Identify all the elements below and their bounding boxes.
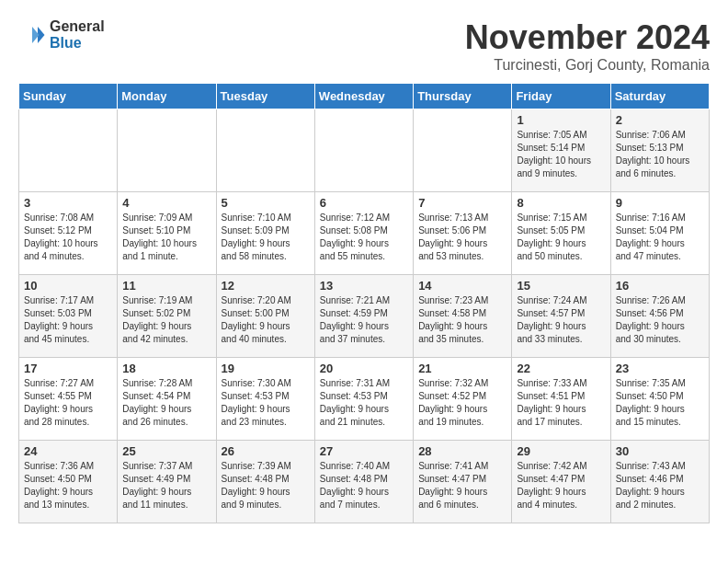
week-row-1: 1Sunrise: 7:05 AM Sunset: 5:14 PM Daylig…: [19, 109, 710, 192]
day-info: Sunrise: 7:24 AM Sunset: 4:57 PM Dayligh…: [517, 294, 605, 346]
calendar-cell: [19, 109, 118, 192]
calendar-table: Sunday Monday Tuesday Wednesday Thursday…: [18, 83, 710, 523]
calendar-cell: 26Sunrise: 7:39 AM Sunset: 4:48 PM Dayli…: [216, 441, 314, 523]
logo-icon: [18, 21, 46, 49]
day-info: Sunrise: 7:32 AM Sunset: 4:52 PM Dayligh…: [418, 377, 506, 429]
calendar-cell: 2Sunrise: 7:06 AM Sunset: 5:13 PM Daylig…: [610, 109, 709, 192]
day-info: Sunrise: 7:20 AM Sunset: 5:00 PM Dayligh…: [222, 294, 310, 346]
day-number: 5: [222, 196, 310, 210]
day-number: 28: [418, 444, 506, 458]
calendar-cell: 21Sunrise: 7:32 AM Sunset: 4:52 PM Dayli…: [414, 358, 512, 441]
calendar-cell: 30Sunrise: 7:43 AM Sunset: 4:46 PM Dayli…: [610, 441, 709, 523]
calendar-subtitle: Turcinesti, Gorj County, Romania: [465, 57, 710, 74]
day-number: 30: [616, 444, 704, 458]
calendar-header: Sunday Monday Tuesday Wednesday Thursday…: [19, 84, 710, 109]
day-info: Sunrise: 7:17 AM Sunset: 5:03 PM Dayligh…: [24, 294, 112, 346]
day-number: 2: [616, 113, 704, 127]
day-number: 20: [320, 362, 408, 375]
calendar-cell: 9Sunrise: 7:16 AM Sunset: 5:04 PM Daylig…: [610, 192, 709, 275]
calendar-body: 1Sunrise: 7:05 AM Sunset: 5:14 PM Daylig…: [19, 109, 710, 523]
header-tuesday: Tuesday: [216, 84, 314, 109]
header-sunday: Sunday: [19, 84, 118, 109]
header-row: Sunday Monday Tuesday Wednesday Thursday…: [19, 84, 710, 109]
day-info: Sunrise: 7:31 AM Sunset: 4:53 PM Dayligh…: [320, 377, 408, 429]
calendar-cell: 5Sunrise: 7:10 AM Sunset: 5:09 PM Daylig…: [216, 192, 314, 275]
day-number: 13: [320, 279, 408, 293]
day-info: Sunrise: 7:09 AM Sunset: 5:10 PM Dayligh…: [122, 212, 210, 263]
calendar-cell: 17Sunrise: 7:27 AM Sunset: 4:55 PM Dayli…: [19, 358, 118, 441]
day-info: Sunrise: 7:42 AM Sunset: 4:47 PM Dayligh…: [517, 460, 605, 511]
day-number: 16: [616, 279, 704, 293]
calendar-cell: 14Sunrise: 7:23 AM Sunset: 4:58 PM Dayli…: [414, 275, 512, 358]
calendar-cell: [314, 109, 413, 192]
day-number: 10: [24, 279, 112, 293]
calendar-cell: 24Sunrise: 7:36 AM Sunset: 4:50 PM Dayli…: [19, 441, 118, 523]
day-number: 22: [517, 362, 605, 375]
page-header: General Blue November 2024 Turcinesti, G…: [18, 18, 710, 74]
calendar-cell: 4Sunrise: 7:09 AM Sunset: 5:10 PM Daylig…: [118, 192, 216, 275]
calendar-cell: 28Sunrise: 7:41 AM Sunset: 4:47 PM Dayli…: [414, 441, 512, 523]
calendar-cell: [216, 109, 314, 192]
day-info: Sunrise: 7:05 AM Sunset: 5:14 PM Dayligh…: [517, 129, 605, 180]
calendar-cell: 6Sunrise: 7:12 AM Sunset: 5:08 PM Daylig…: [314, 192, 413, 275]
day-info: Sunrise: 7:23 AM Sunset: 4:58 PM Dayligh…: [418, 294, 506, 346]
calendar-cell: 18Sunrise: 7:28 AM Sunset: 4:54 PM Dayli…: [118, 358, 216, 441]
week-row-2: 3Sunrise: 7:08 AM Sunset: 5:12 PM Daylig…: [19, 192, 710, 275]
day-info: Sunrise: 7:12 AM Sunset: 5:08 PM Dayligh…: [320, 212, 408, 263]
day-number: 15: [517, 279, 605, 293]
calendar-cell: 29Sunrise: 7:42 AM Sunset: 4:47 PM Dayli…: [512, 441, 610, 523]
day-info: Sunrise: 7:28 AM Sunset: 4:54 PM Dayligh…: [122, 377, 210, 429]
calendar-cell: 12Sunrise: 7:20 AM Sunset: 5:00 PM Dayli…: [216, 275, 314, 358]
calendar-cell: 27Sunrise: 7:40 AM Sunset: 4:48 PM Dayli…: [314, 441, 413, 523]
calendar-cell: 1Sunrise: 7:05 AM Sunset: 5:14 PM Daylig…: [512, 109, 610, 192]
day-number: 18: [122, 362, 210, 375]
day-number: 26: [222, 444, 310, 458]
day-info: Sunrise: 7:39 AM Sunset: 4:48 PM Dayligh…: [222, 460, 310, 511]
calendar-cell: 19Sunrise: 7:30 AM Sunset: 4:53 PM Dayli…: [216, 358, 314, 441]
title-area: November 2024 Turcinesti, Gorj County, R…: [465, 18, 710, 74]
day-info: Sunrise: 7:10 AM Sunset: 5:09 PM Dayligh…: [222, 212, 310, 263]
day-info: Sunrise: 7:21 AM Sunset: 4:59 PM Dayligh…: [320, 294, 408, 346]
day-number: 24: [24, 444, 112, 458]
day-number: 12: [222, 279, 310, 293]
day-info: Sunrise: 7:30 AM Sunset: 4:53 PM Dayligh…: [222, 377, 310, 429]
day-info: Sunrise: 7:26 AM Sunset: 4:56 PM Dayligh…: [616, 294, 704, 346]
day-number: 17: [24, 362, 112, 375]
calendar-cell: 10Sunrise: 7:17 AM Sunset: 5:03 PM Dayli…: [19, 275, 118, 358]
day-info: Sunrise: 7:08 AM Sunset: 5:12 PM Dayligh…: [24, 212, 112, 263]
header-saturday: Saturday: [610, 84, 709, 109]
day-info: Sunrise: 7:40 AM Sunset: 4:48 PM Dayligh…: [320, 460, 408, 511]
header-monday: Monday: [118, 84, 216, 109]
logo-blue: Blue: [50, 35, 105, 52]
week-row-4: 17Sunrise: 7:27 AM Sunset: 4:55 PM Dayli…: [19, 358, 710, 441]
day-info: Sunrise: 7:36 AM Sunset: 4:50 PM Dayligh…: [24, 460, 112, 511]
day-number: 23: [616, 362, 704, 375]
day-number: 1: [517, 113, 605, 127]
calendar-cell: 25Sunrise: 7:37 AM Sunset: 4:49 PM Dayli…: [118, 441, 216, 523]
calendar-cell: 3Sunrise: 7:08 AM Sunset: 5:12 PM Daylig…: [19, 192, 118, 275]
calendar-cell: 20Sunrise: 7:31 AM Sunset: 4:53 PM Dayli…: [314, 358, 413, 441]
day-info: Sunrise: 7:33 AM Sunset: 4:51 PM Dayligh…: [517, 377, 605, 429]
day-info: Sunrise: 7:19 AM Sunset: 5:02 PM Dayligh…: [122, 294, 210, 346]
calendar-cell: 8Sunrise: 7:15 AM Sunset: 5:05 PM Daylig…: [512, 192, 610, 275]
week-row-3: 10Sunrise: 7:17 AM Sunset: 5:03 PM Dayli…: [19, 275, 710, 358]
week-row-5: 24Sunrise: 7:36 AM Sunset: 4:50 PM Dayli…: [19, 441, 710, 523]
header-thursday: Thursday: [414, 84, 512, 109]
day-number: 8: [517, 196, 605, 210]
calendar-cell: [414, 109, 512, 192]
calendar-cell: 13Sunrise: 7:21 AM Sunset: 4:59 PM Dayli…: [314, 275, 413, 358]
day-number: 7: [418, 196, 506, 210]
calendar-cell: 22Sunrise: 7:33 AM Sunset: 4:51 PM Dayli…: [512, 358, 610, 441]
day-info: Sunrise: 7:27 AM Sunset: 4:55 PM Dayligh…: [24, 377, 112, 429]
calendar-cell: 11Sunrise: 7:19 AM Sunset: 5:02 PM Dayli…: [118, 275, 216, 358]
day-number: 29: [517, 444, 605, 458]
header-friday: Friday: [512, 84, 610, 109]
logo: General Blue: [18, 18, 105, 51]
day-info: Sunrise: 7:15 AM Sunset: 5:05 PM Dayligh…: [517, 212, 605, 263]
day-number: 21: [418, 362, 506, 375]
calendar-cell: [118, 109, 216, 192]
calendar-cell: 16Sunrise: 7:26 AM Sunset: 4:56 PM Dayli…: [610, 275, 709, 358]
day-info: Sunrise: 7:43 AM Sunset: 4:46 PM Dayligh…: [616, 460, 704, 511]
day-info: Sunrise: 7:35 AM Sunset: 4:50 PM Dayligh…: [616, 377, 704, 429]
calendar-cell: 15Sunrise: 7:24 AM Sunset: 4:57 PM Dayli…: [512, 275, 610, 358]
